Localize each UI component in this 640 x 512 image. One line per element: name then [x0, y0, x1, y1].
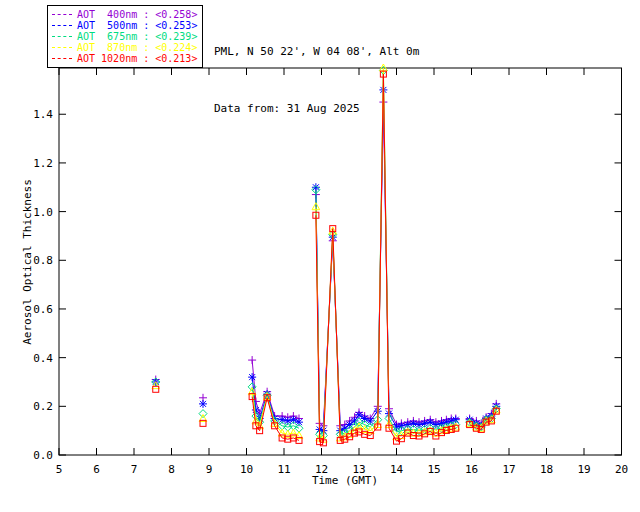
station-info: PML, N 50 22', W 04 08', Alt 0m [214, 42, 419, 61]
legend-item-aot-870nm: AOT 870nm : <0.224> [52, 42, 197, 53]
asterisk-marker [409, 419, 417, 427]
legend-item-aot-400nm: AOT 400nm : <0.258> [52, 9, 197, 20]
legend-label: AOT 400nm : <0.258> [77, 9, 197, 20]
asterisk-marker [421, 419, 429, 427]
x-tick-label: 8 [168, 463, 175, 476]
legend-label: AOT 870nm : <0.224> [77, 42, 197, 53]
x-tick-label: 20 [615, 463, 628, 476]
legend-label: AOT 500nm : <0.253> [77, 20, 197, 31]
legend-line-sample [52, 47, 72, 48]
legend-line-sample [52, 25, 72, 26]
x-tick-label: 7 [131, 463, 138, 476]
legend-line-sample [52, 58, 72, 59]
y-tick-label: 0.4 [33, 352, 53, 365]
x-tick-label: 6 [93, 463, 100, 476]
asterisk-marker [415, 421, 423, 429]
y-tick-label: 0.8 [33, 254, 53, 267]
square-marker [153, 386, 159, 392]
legend-line-sample [52, 36, 72, 37]
station-header: PML, N 50 22', W 04 08', Alt 0m Data fro… [214, 4, 419, 156]
x-tick-label: 5 [56, 463, 63, 476]
asterisk-marker [284, 417, 292, 425]
x-tick-label: 17 [502, 463, 515, 476]
x-tick-label: 9 [206, 463, 213, 476]
plus-marker [248, 356, 256, 364]
x-tick-label: 15 [427, 463, 440, 476]
legend-line-sample [52, 14, 72, 15]
x-tick-label: 10 [240, 463, 253, 476]
legend-label: AOT 675nm : <0.239> [77, 31, 197, 42]
asterisk-marker [199, 400, 207, 408]
legend-label: AOT 1020nm : <0.213> [77, 53, 197, 64]
y-tick-label: 1.0 [33, 206, 53, 219]
legend-item-aot-675nm: AOT 675nm : <0.239> [52, 31, 197, 42]
y-tick-label: 1.4 [33, 108, 53, 121]
data-date: Data from: 31 Aug 2025 [214, 99, 419, 118]
x-tick-label: 16 [465, 463, 478, 476]
legend-box: AOT 400nm : <0.258>AOT 500nm : <0.253>AO… [47, 5, 203, 68]
asterisk-marker [248, 373, 256, 381]
x-tick-label: 11 [277, 463, 290, 476]
y-tick-label: 1.2 [33, 157, 53, 170]
y-tick-label: 0.2 [33, 400, 53, 413]
aot-timeseries-screen: AOT 400nm : <0.258>AOT 500nm : <0.253>AO… [0, 0, 640, 512]
legend-item-aot-1020nm: AOT 1020nm : <0.213> [52, 53, 197, 64]
x-tick-label: 14 [390, 463, 404, 476]
asterisk-marker [278, 416, 286, 424]
x-tick-label: 18 [540, 463, 553, 476]
y-tick-label: 0.0 [33, 449, 53, 462]
x-axis-label: Time (GMT) [312, 474, 378, 487]
y-tick-label: 0.6 [33, 303, 53, 316]
y-axis-label: Aerosol Optical Thickness [21, 179, 34, 345]
x-tick-label: 19 [577, 463, 590, 476]
legend-item-aot-500nm: AOT 500nm : <0.253> [52, 20, 197, 31]
